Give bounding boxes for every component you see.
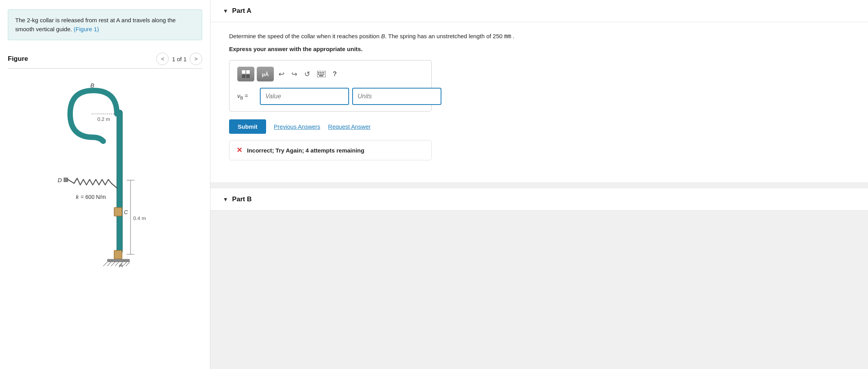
refresh-button[interactable]: ↺ <box>302 68 312 80</box>
toolbar: μÅ ↩ ↪ ↺ <box>237 67 423 82</box>
svg-rect-25 <box>242 70 245 74</box>
figure-image: B D k = 600 N/m C <box>8 75 202 286</box>
svg-text:D: D <box>58 177 62 183</box>
svg-rect-30 <box>318 72 319 73</box>
prev-figure-button[interactable]: < <box>156 53 169 65</box>
value-input[interactable] <box>260 88 349 105</box>
action-row: Submit Previous Answers Request Answer <box>229 119 432 134</box>
part-b-header[interactable]: ▼ Part B <box>210 188 868 211</box>
part-a-chevron: ▼ <box>223 8 228 14</box>
part-b-chevron: ▼ <box>223 196 228 202</box>
units-input[interactable] <box>352 88 441 105</box>
svg-rect-31 <box>320 72 321 73</box>
left-panel: The 2-kg collar is released from rest at… <box>0 0 210 369</box>
figure-nav: < 1 of 1 > <box>156 53 202 65</box>
next-figure-button[interactable]: > <box>190 53 202 65</box>
right-panel: ▼ Part A Determine the speed of the coll… <box>210 0 868 369</box>
previous-answers-button[interactable]: Previous Answers <box>274 123 320 130</box>
svg-rect-28 <box>246 75 250 78</box>
svg-rect-17 <box>107 259 130 262</box>
svg-text:C: C <box>124 209 128 215</box>
keyboard-button[interactable] <box>315 69 328 79</box>
figure-section: Figure < 1 of 1 > B D <box>8 53 202 286</box>
svg-rect-1 <box>117 110 122 254</box>
redo-button[interactable]: ↪ <box>289 68 300 80</box>
svg-rect-26 <box>246 70 250 74</box>
figure-svg: B D k = 600 N/m C <box>31 79 179 282</box>
part-a-section: ▼ Part A Determine the speed of the coll… <box>210 0 868 182</box>
part-a-express: Express your answer with the appropriate… <box>229 46 849 52</box>
submit-button[interactable]: Submit <box>229 119 266 134</box>
part-a-header[interactable]: ▼ Part A <box>210 0 868 22</box>
svg-rect-33 <box>323 72 325 73</box>
figure-header: Figure < 1 of 1 > <box>8 53 202 65</box>
figure-divider <box>8 68 202 69</box>
svg-rect-7 <box>114 208 122 216</box>
input-label: vB = <box>237 92 257 100</box>
part-a-question: Determine the speed of the collar when i… <box>229 32 849 41</box>
svg-rect-15 <box>114 250 122 259</box>
help-button[interactable]: ? <box>330 69 339 80</box>
svg-text:B: B <box>90 82 94 89</box>
svg-rect-35 <box>320 74 321 75</box>
error-text: Incorrect; Try Again; 4 attempts remaini… <box>247 147 364 154</box>
svg-rect-0 <box>31 79 179 282</box>
part-a-title: Part A <box>232 7 251 15</box>
part-b-section: ▼ Part B <box>210 188 868 211</box>
grid-template-button[interactable] <box>237 67 254 82</box>
svg-text:= 600 N/m: = 600 N/m <box>81 194 106 200</box>
undo-button[interactable]: ↩ <box>276 68 287 80</box>
svg-rect-37 <box>323 74 325 75</box>
svg-rect-36 <box>321 74 323 75</box>
part-b-title: Part B <box>232 195 252 203</box>
svg-text:0.2 m: 0.2 m <box>97 116 110 122</box>
figure-title: Figure <box>8 55 28 63</box>
error-icon: ✕ <box>236 146 242 154</box>
request-answer-button[interactable]: Request Answer <box>328 123 370 130</box>
svg-text:k: k <box>76 194 79 200</box>
figure-link[interactable]: (Figure 1) <box>74 26 99 32</box>
answer-box: μÅ ↩ ↪ ↺ <box>229 60 432 112</box>
part-a-content: Determine the speed of the collar when i… <box>210 22 868 182</box>
svg-rect-34 <box>318 74 319 75</box>
error-box: ✕ Incorrect; Try Again; 4 attempts remai… <box>229 140 432 160</box>
svg-rect-27 <box>242 75 245 78</box>
problem-statement: The 2-kg collar is released from rest at… <box>8 9 202 40</box>
svg-text:0.4 m: 0.4 m <box>133 215 146 221</box>
symbol-button[interactable]: μÅ <box>257 67 274 82</box>
svg-rect-32 <box>321 72 323 73</box>
subscript-b: B <box>240 96 243 100</box>
svg-rect-4 <box>64 178 68 182</box>
figure-count: 1 of 1 <box>172 56 187 62</box>
svg-rect-38 <box>319 75 323 76</box>
input-row: vB = <box>237 88 423 105</box>
